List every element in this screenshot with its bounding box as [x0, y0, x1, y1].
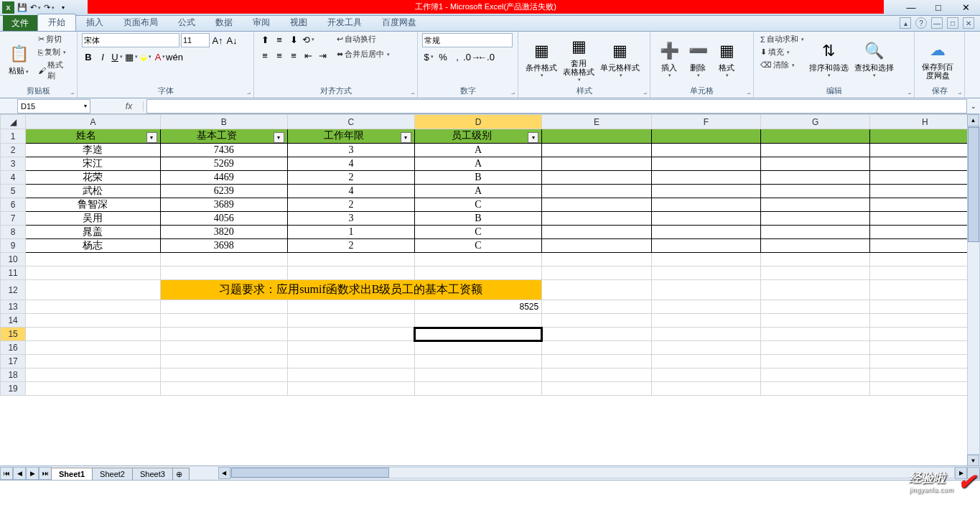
- row-header[interactable]: 17: [1, 355, 26, 368]
- cell[interactable]: 3820: [160, 226, 287, 239]
- tab-data[interactable]: 数据: [205, 14, 243, 31]
- qat-more-icon[interactable]: ▾: [57, 1, 69, 14]
- cell[interactable]: 3698: [160, 239, 287, 253]
- cell[interactable]: 2: [287, 171, 414, 185]
- cell[interactable]: B: [414, 171, 541, 185]
- scroll-up-icon[interactable]: ▲: [967, 114, 979, 126]
- row-header[interactable]: 19: [1, 382, 26, 396]
- row-header[interactable]: 14: [1, 314, 26, 328]
- cell[interactable]: 2: [287, 198, 414, 212]
- col-header[interactable]: H: [870, 115, 980, 129]
- active-cell[interactable]: [414, 328, 541, 341]
- align-bottom-icon[interactable]: ⬇: [287, 33, 300, 46]
- cell[interactable]: 花荣: [26, 171, 161, 185]
- sort-filter-button[interactable]: ⇅排序和筛选: [806, 33, 851, 85]
- cell[interactable]: 工作年限▾: [287, 129, 414, 144]
- close-button[interactable]: ✕: [958, 1, 973, 13]
- cell[interactable]: 晁盖: [26, 226, 161, 239]
- cell[interactable]: 基本工资▾: [160, 129, 287, 144]
- align-top-icon[interactable]: ⬆: [258, 33, 271, 46]
- bold-icon[interactable]: B: [82, 50, 95, 63]
- tab-layout[interactable]: 页面布局: [113, 14, 168, 31]
- copy-button[interactable]: ⎘复制: [36, 46, 73, 58]
- row-header[interactable]: 15: [1, 328, 26, 341]
- cell[interactable]: 5269: [160, 157, 287, 171]
- border-icon[interactable]: ▦: [125, 50, 138, 63]
- row-header[interactable]: 12: [1, 280, 26, 300]
- row-header[interactable]: 1: [1, 129, 26, 144]
- row-header[interactable]: 16: [1, 341, 26, 355]
- cell[interactable]: 3: [287, 144, 414, 157]
- col-header[interactable]: C: [287, 115, 414, 129]
- cell[interactable]: 李逵: [26, 144, 161, 157]
- result-cell[interactable]: 8525: [414, 300, 541, 314]
- row-header[interactable]: 5: [1, 185, 26, 198]
- sheet-tab[interactable]: Sheet3: [132, 468, 173, 480]
- spreadsheet[interactable]: ◢ A B C D E F G H 1 姓名▾ 基本工资▾ 工作年限▾ 员工级别…: [0, 114, 980, 396]
- comma-icon[interactable]: ,: [451, 50, 464, 63]
- format-painter-button[interactable]: 🖌格式刷: [36, 59, 73, 82]
- tab-file[interactable]: 文件: [3, 15, 37, 31]
- align-right-icon[interactable]: ≡: [287, 49, 300, 62]
- save-baidu-button[interactable]: ☁保存到百 度网盘: [919, 33, 956, 85]
- row-header[interactable]: 3: [1, 157, 26, 171]
- filter-icon[interactable]: ▾: [401, 132, 411, 143]
- undo-icon[interactable]: ↶: [29, 1, 42, 14]
- filter-icon[interactable]: ▾: [528, 132, 538, 143]
- tab-baidu[interactable]: 百度网盘: [372, 14, 426, 31]
- row-header[interactable]: 8: [1, 226, 26, 239]
- nav-first-icon[interactable]: ⏮: [0, 467, 13, 480]
- select-all-corner[interactable]: ◢: [1, 115, 26, 129]
- col-header[interactable]: B: [160, 115, 287, 129]
- minimize-button[interactable]: —: [904, 1, 918, 13]
- cell[interactable]: C: [414, 198, 541, 212]
- format-cells-button[interactable]: ▦格式: [712, 33, 741, 85]
- conditional-format-button[interactable]: ▦条件格式: [523, 33, 560, 85]
- wrap-text-button[interactable]: ↩自动换行: [335, 33, 392, 45]
- align-left-icon[interactable]: ≡: [258, 49, 271, 62]
- cell[interactable]: B: [414, 212, 541, 226]
- name-box[interactable]: D15▾: [17, 99, 90, 113]
- cell-styles-button[interactable]: ▦单元格样式: [597, 33, 643, 85]
- currency-icon[interactable]: $: [422, 50, 435, 63]
- scroll-left-icon[interactable]: ◀: [218, 467, 230, 479]
- tab-insert[interactable]: 插入: [76, 14, 113, 31]
- orientation-icon[interactable]: ⟲: [302, 33, 314, 46]
- col-header[interactable]: G: [761, 115, 870, 129]
- nav-next-icon[interactable]: ▶: [26, 467, 39, 480]
- redo-icon[interactable]: ↷: [43, 1, 55, 14]
- row-header[interactable]: 4: [1, 171, 26, 185]
- row-header[interactable]: 11: [1, 266, 26, 280]
- cell[interactable]: 姓名▾: [26, 129, 161, 144]
- font-name-select[interactable]: [82, 33, 179, 47]
- cell[interactable]: 4: [287, 157, 414, 171]
- cell[interactable]: 武松: [26, 185, 161, 198]
- col-header[interactable]: E: [542, 115, 651, 129]
- doc-max-icon[interactable]: □: [947, 17, 958, 29]
- cell[interactable]: 3: [287, 212, 414, 226]
- cell[interactable]: 1: [287, 226, 414, 239]
- phonetic-icon[interactable]: wén: [168, 50, 181, 63]
- align-middle-icon[interactable]: ≡: [273, 33, 286, 46]
- cell[interactable]: 宋江: [26, 157, 161, 171]
- sheet-tab[interactable]: Sheet2: [92, 468, 133, 480]
- row-header[interactable]: 6: [1, 198, 26, 212]
- tab-dev[interactable]: 开发工具: [317, 14, 372, 31]
- new-sheet-button[interactable]: ⊕: [172, 468, 190, 481]
- delete-cells-button[interactable]: ➖删除: [683, 33, 712, 85]
- cell[interactable]: 鲁智深: [26, 198, 161, 212]
- tab-view[interactable]: 视图: [280, 14, 317, 31]
- autosum-button[interactable]: Σ自动求和: [758, 33, 806, 45]
- paste-button[interactable]: 📋 粘贴: [4, 33, 33, 85]
- cell[interactable]: 杨志: [26, 239, 161, 253]
- doc-min-icon[interactable]: —: [931, 17, 943, 29]
- help-icon[interactable]: ?: [915, 17, 927, 29]
- nav-prev-icon[interactable]: ◀: [13, 467, 26, 480]
- cell[interactable]: 2: [287, 239, 414, 253]
- dec-decimal-icon[interactable]: ←.0: [480, 50, 493, 63]
- indent-inc-icon[interactable]: ⇥: [316, 49, 329, 62]
- inc-decimal-icon[interactable]: .0→: [465, 50, 478, 63]
- expand-formula-icon[interactable]: ⌄: [967, 103, 980, 110]
- cell[interactable]: 4469: [160, 171, 287, 185]
- vertical-scrollbar[interactable]: ▲ ▼: [967, 114, 980, 467]
